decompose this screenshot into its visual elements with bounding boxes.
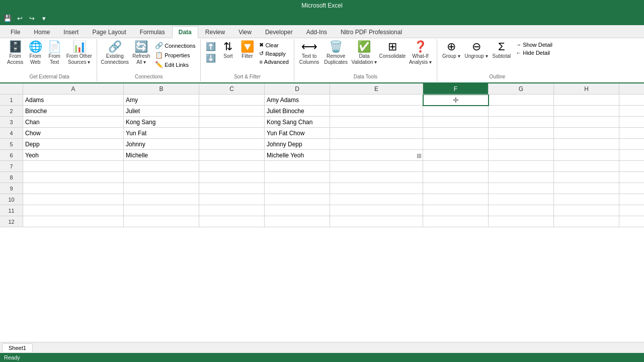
cell-f12[interactable] — [423, 216, 489, 227]
cell-c9[interactable] — [199, 183, 265, 194]
from-other-sources-button[interactable]: 📊 From OtherSources ▾ — [64, 40, 94, 66]
cell-d1[interactable]: Amy Adams — [265, 95, 330, 106]
cell-f2[interactable] — [423, 106, 489, 117]
cell-h9[interactable] — [554, 183, 619, 194]
cell-c6[interactable] — [199, 150, 265, 161]
cell-c8[interactable] — [199, 172, 265, 183]
cell-d11[interactable] — [265, 205, 330, 216]
cell-d4[interactable]: Yun Fat Chow — [265, 128, 330, 139]
sheet-tab-sheet1[interactable]: Sheet1 — [2, 343, 33, 352]
from-text-button[interactable]: 📄 FromText — [45, 40, 63, 66]
filter-button[interactable]: 🔽 Filter — [238, 40, 256, 60]
cell-f8[interactable] — [423, 172, 489, 183]
cell-a3[interactable]: Chan — [23, 117, 124, 128]
cell-b8[interactable] — [124, 172, 199, 183]
cell-e3[interactable] — [330, 117, 423, 128]
cell-b1[interactable]: Amy — [124, 95, 199, 106]
quick-access-dropdown[interactable]: ▾ — [38, 13, 49, 24]
cell-a9[interactable] — [23, 183, 124, 194]
tab-addins[interactable]: Add-Ins — [300, 26, 334, 38]
existing-connections-button[interactable]: 🔗 ExistingConnections — [100, 40, 129, 66]
col-header-a[interactable]: A — [23, 83, 124, 95]
advanced-button[interactable]: ≡ Advanced — [257, 58, 290, 65]
cell-g2[interactable] — [489, 106, 554, 117]
from-web-button[interactable]: 🌐 FromWeb — [26, 40, 44, 66]
cell-g4[interactable] — [489, 128, 554, 139]
cell-i6[interactable] — [619, 150, 644, 161]
group-button[interactable]: ⊕ Group ▾ — [440, 40, 462, 60]
cell-f11[interactable] — [423, 205, 489, 216]
cell-a4[interactable]: Chow — [23, 128, 124, 139]
cell-d5[interactable]: Johnny Depp — [265, 139, 330, 150]
cell-c2[interactable] — [199, 106, 265, 117]
col-header-b[interactable]: B — [124, 83, 199, 95]
cell-e10[interactable] — [330, 194, 423, 205]
cell-h12[interactable] — [554, 216, 619, 227]
cell-i5[interactable] — [619, 139, 644, 150]
cell-e12[interactable] — [330, 216, 423, 227]
refresh-all-button[interactable]: 🔄 RefreshAll ▾ — [130, 40, 152, 66]
cell-b3[interactable]: Kong Sang — [124, 117, 199, 128]
cell-g8[interactable] — [489, 172, 554, 183]
cell-h4[interactable] — [554, 128, 619, 139]
cell-h11[interactable] — [554, 205, 619, 216]
cell-g6[interactable] — [489, 150, 554, 161]
col-header-h[interactable]: H — [554, 83, 619, 95]
flash-fill-icon[interactable]: ⊞ — [417, 152, 422, 159]
cell-h7[interactable] — [554, 161, 619, 172]
col-header-c[interactable]: C — [199, 83, 265, 95]
cell-i9[interactable] — [619, 183, 644, 194]
ungroup-button[interactable]: ⊖ Ungroup ▾ — [463, 40, 490, 60]
cell-e7[interactable] — [330, 161, 423, 172]
col-header-f[interactable]: F — [423, 83, 489, 95]
cell-f6[interactable] — [423, 150, 489, 161]
cell-c11[interactable] — [199, 205, 265, 216]
cell-a5[interactable]: Depp — [23, 139, 124, 150]
tab-file[interactable]: File — [4, 26, 27, 38]
cell-h3[interactable] — [554, 117, 619, 128]
cell-c12[interactable] — [199, 216, 265, 227]
cell-i4[interactable] — [619, 128, 644, 139]
cell-a1[interactable]: Adams — [23, 95, 124, 106]
cell-e4[interactable] — [330, 128, 423, 139]
consolidate-button[interactable]: ⊞ Consolidate — [379, 40, 406, 60]
tab-home[interactable]: Home — [27, 26, 56, 38]
cell-c1[interactable] — [199, 95, 265, 106]
cell-e6[interactable]: ⊞ — [330, 150, 423, 161]
tab-review[interactable]: Review — [199, 26, 231, 38]
cell-g5[interactable] — [489, 139, 554, 150]
show-detail-button[interactable]: → Show Detail — [514, 41, 554, 48]
cell-a6[interactable]: Yeoh — [23, 150, 124, 161]
cell-i11[interactable] — [619, 205, 644, 216]
redo-button[interactable]: ↪ — [26, 13, 37, 24]
cell-c5[interactable] — [199, 139, 265, 150]
cell-c4[interactable] — [199, 128, 265, 139]
cell-b5[interactable]: Johnny — [124, 139, 199, 150]
connections-button[interactable]: 🔗 Connections — [153, 41, 197, 50]
cell-b6[interactable]: Michelle — [124, 150, 199, 161]
cell-h2[interactable] — [554, 106, 619, 117]
from-access-button[interactable]: 🗄️ FromAccess — [5, 40, 25, 66]
col-header-g[interactable]: G — [489, 83, 554, 95]
cell-g3[interactable] — [489, 117, 554, 128]
cell-g10[interactable] — [489, 194, 554, 205]
col-header-i[interactable]: I — [619, 83, 644, 95]
cell-d7[interactable] — [265, 161, 330, 172]
cell-f4[interactable] — [423, 128, 489, 139]
cell-a11[interactable] — [23, 205, 124, 216]
cell-b2[interactable]: Juliet — [124, 106, 199, 117]
cell-g12[interactable] — [489, 216, 554, 227]
cell-b11[interactable] — [124, 205, 199, 216]
save-button[interactable]: 💾 — [2, 13, 13, 24]
cell-e9[interactable] — [330, 183, 423, 194]
cell-a10[interactable] — [23, 194, 124, 205]
cell-h6[interactable] — [554, 150, 619, 161]
cell-i1[interactable] — [619, 95, 644, 106]
cell-b4[interactable]: Yun Fat — [124, 128, 199, 139]
hide-detail-button[interactable]: ← Hide Detail — [514, 49, 554, 56]
cell-b10[interactable] — [124, 194, 199, 205]
cell-h1[interactable] — [554, 95, 619, 106]
cell-a2[interactable]: Binoche — [23, 106, 124, 117]
tab-developer[interactable]: Developer — [259, 26, 299, 38]
reapply-button[interactable]: ↺ Reapply — [257, 50, 290, 57]
